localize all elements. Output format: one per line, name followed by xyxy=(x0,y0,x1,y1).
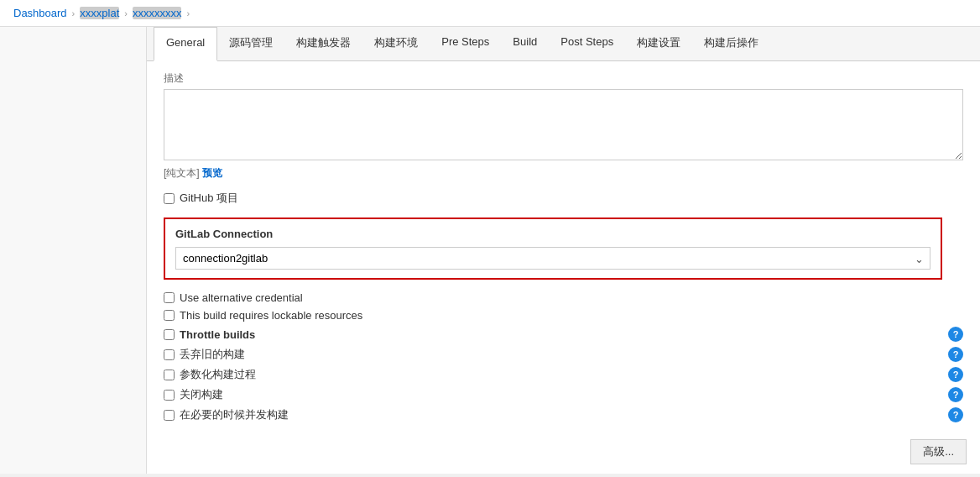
discard-checkbox[interactable] xyxy=(164,349,175,360)
preview-link[interactable]: 预览 xyxy=(202,167,222,179)
throttle-label: Throttle builds xyxy=(180,328,255,341)
tab-env[interactable]: 构建环境 xyxy=(362,27,430,60)
breadcrumb-sep2: › xyxy=(124,8,128,18)
concurrent-left: 在必要的时候并发构建 xyxy=(164,407,289,422)
content-area: General 源码管理 构建触发器 构建环境 Pre Steps Build … xyxy=(147,27,980,474)
advanced-button[interactable]: 高级... xyxy=(910,439,967,464)
github-label: GitHub 项目 xyxy=(180,191,238,206)
concurrent-checkbox[interactable] xyxy=(164,410,175,421)
tab-general[interactable]: General xyxy=(154,27,217,61)
parameterize-label: 参数化构建过程 xyxy=(180,367,256,382)
tab-trigger[interactable]: 构建触发器 xyxy=(284,27,362,60)
breadcrumb-part2[interactable]: xxxxxxxxx xyxy=(133,7,182,19)
breadcrumb-dashboard[interactable]: Dashboard xyxy=(13,7,67,19)
concurrent-row: 在必要的时候并发构建 ? xyxy=(164,407,963,422)
breadcrumb-sep1: › xyxy=(72,8,76,18)
discard-left: 丢弃旧的构建 xyxy=(164,347,245,362)
concurrent-label: 在必要的时候并发构建 xyxy=(180,407,289,422)
tab-build[interactable]: Build xyxy=(501,27,549,60)
disable-label: 关闭构建 xyxy=(180,387,223,402)
sidebar xyxy=(0,27,147,474)
gitlab-connection-title: GitLab Connection xyxy=(175,228,930,240)
alt-cred-row: Use alternative credential xyxy=(164,291,963,304)
disable-left: 关闭构建 xyxy=(164,387,223,402)
throttle-row: Throttle builds ? xyxy=(164,327,963,342)
gitlab-connection-select[interactable]: connection2gitlab other-connection xyxy=(175,247,930,270)
form-area: 描述 [纯文本] 预览 GitHub 项目 GitLab Connection xyxy=(147,61,980,438)
discard-help-icon[interactable]: ? xyxy=(948,347,963,362)
disable-checkbox[interactable] xyxy=(164,390,175,401)
plain-text-label: [纯文本] xyxy=(164,167,200,179)
tab-source[interactable]: 源码管理 xyxy=(217,27,284,60)
breadcrumb-sep3: › xyxy=(186,8,190,18)
description-label: 描述 xyxy=(164,71,963,86)
gitlab-connection-box: GitLab Connection connection2gitlab othe… xyxy=(164,218,942,280)
tab-post-steps[interactable]: Post Steps xyxy=(549,27,625,60)
github-checkbox-row: GitHub 项目 xyxy=(164,191,963,206)
parameterize-left: 参数化构建过程 xyxy=(164,367,256,382)
breadcrumb-part1[interactable]: xxxxplat xyxy=(80,7,119,19)
tab-post-build[interactable]: 构建后操作 xyxy=(692,27,770,60)
parameterize-help-icon[interactable]: ? xyxy=(948,367,963,382)
throttle-checkbox[interactable] xyxy=(164,329,175,340)
disable-row: 关闭构建 ? xyxy=(164,387,963,402)
alt-cred-label: Use alternative credential xyxy=(180,291,303,304)
tab-pre-steps[interactable]: Pre Steps xyxy=(430,27,501,60)
alt-cred-checkbox[interactable] xyxy=(164,292,175,303)
main-layout: General 源码管理 构建触发器 构建环境 Pre Steps Build … xyxy=(0,27,980,474)
parameterize-checkbox[interactable] xyxy=(164,370,175,380)
discard-label: 丢弃旧的构建 xyxy=(180,347,245,362)
github-checkbox[interactable] xyxy=(164,193,175,204)
gitlab-select-wrapper: connection2gitlab other-connection ⌄ xyxy=(175,247,930,270)
lockable-checkbox[interactable] xyxy=(164,310,175,321)
parameterize-row: 参数化构建过程 ? xyxy=(164,367,963,382)
lockable-label: This build requires lockable resources xyxy=(180,309,362,322)
throttle-left: Throttle builds xyxy=(164,328,255,341)
concurrent-help-icon[interactable]: ? xyxy=(948,407,963,422)
disable-help-icon[interactable]: ? xyxy=(948,387,963,402)
tab-build-settings[interactable]: 构建设置 xyxy=(625,27,692,60)
description-textarea[interactable] xyxy=(164,89,963,160)
lockable-row: This build requires lockable resources xyxy=(164,309,963,322)
discard-row: 丢弃旧的构建 ? xyxy=(164,347,963,362)
throttle-help-icon[interactable]: ? xyxy=(948,327,963,342)
breadcrumb-bar: Dashboard › xxxxplat › xxxxxxxxx › xyxy=(0,0,980,27)
plain-text-preview: [纯文本] 预览 xyxy=(164,166,963,181)
tabs-bar: General 源码管理 构建触发器 构建环境 Pre Steps Build … xyxy=(147,27,980,61)
